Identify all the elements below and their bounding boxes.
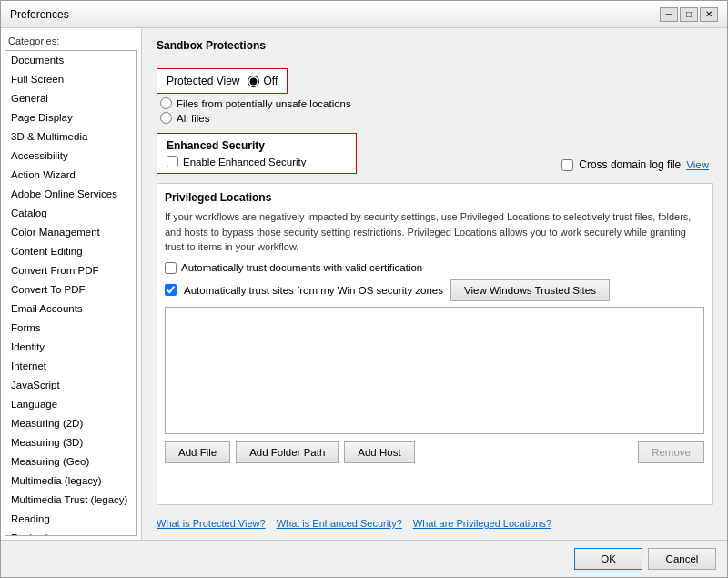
protected-view-section: Protected View Off Files from potentiall… bbox=[157, 68, 713, 124]
ok-button[interactable]: OK bbox=[574, 548, 642, 570]
add-host-button[interactable]: Add Host bbox=[344, 441, 414, 463]
enable-enhanced-security-label: Enable Enhanced Security bbox=[183, 157, 307, 167]
sidebar-item-reading[interactable]: Reading bbox=[5, 510, 136, 529]
main-content: Sandbox Protections Protected View Off F… bbox=[142, 28, 727, 540]
enhanced-security-box: Enhanced Security Enable Enhanced Securi… bbox=[157, 133, 357, 174]
sidebar-item-language[interactable]: Language bbox=[5, 395, 136, 414]
cancel-button[interactable]: Cancel bbox=[648, 548, 716, 570]
sidebar-item-adobe-online-services[interactable]: Adobe Online Services bbox=[5, 185, 136, 204]
protected-view-unsafe-label: Files from potentially unsafe locations bbox=[177, 98, 351, 109]
sidebar-item-measuring--3d-[interactable]: Measuring (3D) bbox=[5, 433, 136, 452]
categories-label: Categories: bbox=[1, 28, 141, 50]
categories-list[interactable]: DocumentsFull ScreenGeneralPage Display3… bbox=[5, 50, 137, 536]
privileged-locations-desc: If your workflows are negatively impacte… bbox=[165, 209, 704, 255]
sidebar-item-color-management[interactable]: Color Management bbox=[5, 223, 136, 242]
sidebar-item-measuring--2d-[interactable]: Measuring (2D) bbox=[5, 414, 136, 433]
window-controls: ─ □ ✕ bbox=[660, 7, 718, 22]
enable-enhanced-security-checkbox[interactable] bbox=[167, 156, 178, 167]
protected-view-all-label: All files bbox=[177, 113, 209, 124]
maximize-button[interactable]: □ bbox=[680, 7, 698, 22]
title-bar: Preferences ─ □ ✕ bbox=[1, 1, 727, 28]
protected-view-off-label: Off bbox=[264, 75, 278, 87]
sidebar-item-page-display[interactable]: Page Display bbox=[5, 108, 136, 127]
what-is-enhanced-security-link[interactable]: What is Enhanced Security? bbox=[277, 518, 402, 529]
what-are-privileged-locations-link[interactable]: What are Privileged Locations? bbox=[413, 518, 551, 529]
dialog-body: Categories: DocumentsFull ScreenGeneralP… bbox=[1, 28, 727, 540]
what-is-protected-view-link[interactable]: What is Protected View? bbox=[157, 518, 266, 529]
remove-button[interactable]: Remove bbox=[638, 441, 704, 463]
cross-domain-log-checkbox[interactable] bbox=[561, 159, 573, 171]
dialog-footer: OK Cancel bbox=[1, 540, 727, 577]
auto-trust-sites-label: Automatically trust sites from my Win OS… bbox=[184, 285, 443, 296]
sidebar-item-convert-to-pdf[interactable]: Convert To PDF bbox=[5, 280, 136, 299]
protected-view-label: Protected View bbox=[167, 75, 240, 87]
sidebar: Categories: DocumentsFull ScreenGeneralP… bbox=[1, 28, 142, 540]
sidebar-item-identity[interactable]: Identity bbox=[5, 338, 136, 357]
privileged-locations-buttons: Add File Add Folder Path Add Host Remove bbox=[165, 441, 704, 463]
sidebar-item-multimedia--legacy-[interactable]: Multimedia (legacy) bbox=[5, 472, 136, 491]
add-file-button[interactable]: Add File bbox=[165, 441, 230, 463]
auto-trust-cert-checkbox[interactable] bbox=[165, 262, 177, 274]
auto-trust-cert-row: Automatically trust documents with valid… bbox=[165, 262, 704, 274]
protected-view-all-radio[interactable] bbox=[160, 112, 172, 124]
sidebar-item-content-editing[interactable]: Content Editing bbox=[5, 242, 136, 261]
protected-view-box: Protected View Off bbox=[157, 68, 288, 94]
sidebar-item-3d---multimedia[interactable]: 3D & Multimedia bbox=[5, 127, 136, 147]
sidebar-item-documents[interactable]: Documents bbox=[5, 51, 136, 70]
cross-domain-log-label: Cross domain log file bbox=[579, 158, 681, 171]
enhanced-security-section: Enhanced Security Enable Enhanced Securi… bbox=[157, 133, 713, 174]
privileged-locations-section: Privileged Locations If your workflows a… bbox=[157, 183, 713, 505]
add-folder-button[interactable]: Add Folder Path bbox=[236, 441, 339, 463]
minimize-button[interactable]: ─ bbox=[660, 7, 678, 22]
enhanced-security-title: Enhanced Security bbox=[167, 139, 347, 152]
protected-view-all-option: All files bbox=[160, 112, 713, 124]
protected-view-off-radio[interactable] bbox=[248, 76, 259, 87]
close-button[interactable]: ✕ bbox=[700, 7, 718, 22]
sidebar-item-general[interactable]: General bbox=[5, 89, 136, 108]
sidebar-item-catalog[interactable]: Catalog bbox=[5, 204, 136, 223]
sidebar-item-action-wizard[interactable]: Action Wizard bbox=[5, 166, 136, 185]
sidebar-item-forms[interactable]: Forms bbox=[5, 319, 136, 338]
protected-view-unsafe-option: Files from potentially unsafe locations bbox=[160, 97, 713, 109]
sidebar-item-convert-from-pdf[interactable]: Convert From PDF bbox=[5, 261, 136, 280]
preferences-dialog: Preferences ─ □ ✕ Categories: DocumentsF… bbox=[0, 0, 728, 578]
enable-enhanced-security-row: Enable Enhanced Security bbox=[167, 156, 347, 167]
sidebar-item-internet[interactable]: Internet bbox=[5, 357, 136, 376]
sandbox-title: Sandbox Protections bbox=[157, 39, 713, 52]
sidebar-item-accessibility[interactable]: Accessibility bbox=[5, 147, 136, 166]
sidebar-item-full-screen[interactable]: Full Screen bbox=[5, 70, 136, 89]
sidebar-item-email-accounts[interactable]: Email Accounts bbox=[5, 299, 136, 319]
bottom-links: What is Protected View? What is Enhanced… bbox=[157, 518, 713, 529]
protected-view-options: Files from potentially unsafe locations … bbox=[160, 97, 713, 124]
privileged-locations-list bbox=[165, 307, 704, 434]
sidebar-item-reviewing[interactable]: Reviewing bbox=[5, 529, 136, 536]
auto-trust-cert-label: Automatically trust documents with valid… bbox=[181, 262, 422, 273]
sidebar-item-javascript[interactable]: JavaScript bbox=[5, 376, 136, 395]
dialog-title: Preferences bbox=[10, 8, 69, 21]
auto-trust-sites-checkbox[interactable] bbox=[165, 284, 177, 296]
privileged-locations-title: Privileged Locations bbox=[165, 191, 704, 204]
auto-trust-sites-row: Automatically trust sites from my Win OS… bbox=[165, 279, 704, 301]
view-trusted-sites-button[interactable]: View Windows Trusted Sites bbox=[450, 279, 610, 301]
view-link[interactable]: View bbox=[686, 159, 709, 170]
protected-view-unsafe-radio[interactable] bbox=[160, 97, 172, 109]
sidebar-item-measuring--geo-[interactable]: Measuring (Geo) bbox=[5, 452, 136, 472]
sidebar-item-multimedia-trust--legacy-[interactable]: Multimedia Trust (legacy) bbox=[5, 491, 136, 510]
